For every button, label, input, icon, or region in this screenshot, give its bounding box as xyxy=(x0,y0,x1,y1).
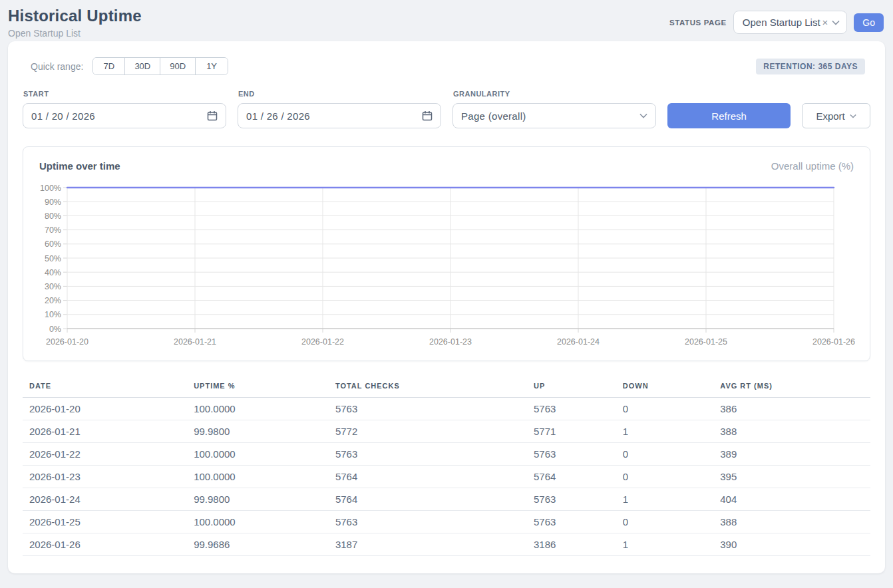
table-cell: 2026-01-24 xyxy=(23,488,187,511)
svg-text:2026-01-21: 2026-01-21 xyxy=(174,337,216,347)
start-date-input[interactable]: 01 / 20 / 2026 xyxy=(23,103,226,128)
column-header-uptime-: UPTIME % xyxy=(187,376,329,398)
table-cell: 1 xyxy=(616,420,714,443)
svg-text:90%: 90% xyxy=(45,198,61,207)
svg-text:2026-01-20: 2026-01-20 xyxy=(46,337,89,347)
granularity-selected-value: Page (overall) xyxy=(461,110,526,122)
table-cell: 0 xyxy=(616,443,714,466)
svg-text:70%: 70% xyxy=(45,225,61,235)
status-page-selected-value: Open Startup List xyxy=(743,17,820,28)
table-cell: 404 xyxy=(713,488,870,511)
retention-badge: RETENTION: 365 DAYS xyxy=(756,59,865,74)
table-cell: 5763 xyxy=(527,511,616,533)
status-page-label: STATUS PAGE xyxy=(669,19,727,27)
svg-text:0%: 0% xyxy=(49,325,61,334)
table-cell: 100.0000 xyxy=(187,466,329,488)
table-cell: 99.9800 xyxy=(187,420,329,443)
svg-text:2026-01-25: 2026-01-25 xyxy=(685,337,727,347)
quick-range-button-90d[interactable]: 90D xyxy=(160,58,196,74)
chevron-down-icon xyxy=(832,20,840,25)
uptime-table: DATEUPTIME %TOTAL CHECKSUPDOWNAVG RT (MS… xyxy=(23,376,870,556)
chart-title: Uptime over time xyxy=(39,160,120,172)
table-row: 2026-01-25100.0000576357630388 xyxy=(23,511,870,533)
svg-text:2026-01-24: 2026-01-24 xyxy=(557,337,600,347)
column-header-down: DOWN xyxy=(616,376,714,398)
clear-selection-icon[interactable]: × xyxy=(822,17,828,27)
table-cell: 0 xyxy=(616,398,714,420)
table-cell: 2026-01-21 xyxy=(23,420,187,443)
table-row: 2026-01-2199.9800577257711388 xyxy=(23,420,870,443)
svg-text:2026-01-26: 2026-01-26 xyxy=(812,337,855,347)
end-date-input[interactable]: 01 / 26 / 2026 xyxy=(238,103,441,128)
table-cell: 5763 xyxy=(527,443,616,466)
granularity-field: GRANULARITY Page (overall) xyxy=(452,90,656,128)
start-date-field: START 01 / 20 / 2026 xyxy=(23,90,226,128)
top-header: Historical Uptime Open Startup List STAT… xyxy=(0,0,893,41)
table-row: 2026-01-22100.0000576357630389 xyxy=(23,443,870,466)
quick-range-button-7d[interactable]: 7D xyxy=(93,58,125,74)
chevron-down-icon xyxy=(639,113,647,118)
quick-range-button-30d[interactable]: 30D xyxy=(125,58,160,74)
table-cell: 99.9686 xyxy=(187,533,329,556)
table-cell: 0 xyxy=(616,466,714,488)
go-button[interactable]: Go xyxy=(854,13,884,32)
table-cell: 5763 xyxy=(329,511,527,533)
page-title: Historical Uptime xyxy=(8,7,142,25)
granularity-select[interactable]: Page (overall) xyxy=(452,103,656,128)
main-panel: Quick range: 7D30D90D1Y RETENTION: 365 D… xyxy=(8,41,885,573)
table-row: 2026-01-2699.9686318731861390 xyxy=(23,533,870,556)
end-date-value: 01 / 26 / 2026 xyxy=(246,110,310,122)
svg-text:80%: 80% xyxy=(45,212,61,221)
export-button[interactable]: Export xyxy=(802,103,870,128)
table-cell: 5772 xyxy=(329,420,527,443)
svg-text:30%: 30% xyxy=(45,282,61,291)
svg-text:2026-01-22: 2026-01-22 xyxy=(301,337,344,347)
table-cell: 1 xyxy=(616,488,714,511)
table-cell: 5763 xyxy=(527,488,616,511)
table-cell: 389 xyxy=(713,443,870,466)
quick-range-button-1y[interactable]: 1Y xyxy=(196,58,228,74)
table-cell: 5771 xyxy=(527,420,616,443)
quick-range-button-group: 7D30D90D1Y xyxy=(92,57,228,75)
table-cell: 5764 xyxy=(527,466,616,488)
table-cell: 5763 xyxy=(329,443,527,466)
chart-header: Uptime over time Overall uptime (%) xyxy=(39,160,854,172)
calendar-icon[interactable] xyxy=(207,110,218,121)
table-cell: 99.9800 xyxy=(187,488,329,511)
table-cell: 2026-01-26 xyxy=(23,533,187,556)
end-date-label: END xyxy=(238,90,441,98)
status-page-select[interactable]: Open Startup List × xyxy=(733,11,848,34)
table-row: 2026-01-23100.0000576457640395 xyxy=(23,466,870,488)
table-cell: 3187 xyxy=(329,533,527,556)
table-cell: 2026-01-20 xyxy=(23,398,187,420)
table-cell: 2026-01-25 xyxy=(23,511,187,533)
chart-legend: Overall uptime (%) xyxy=(771,160,854,172)
calendar-icon[interactable] xyxy=(422,110,433,121)
chevron-down-icon xyxy=(850,114,856,118)
end-date-field: END 01 / 26 / 2026 xyxy=(238,90,441,128)
title-block: Historical Uptime Open Startup List xyxy=(8,7,142,39)
table-cell: 5763 xyxy=(527,398,616,420)
column-header-avg-rt-ms-: AVG RT (MS) xyxy=(713,376,870,398)
svg-text:40%: 40% xyxy=(45,268,61,277)
table-cell: 2026-01-23 xyxy=(23,466,187,488)
svg-text:10%: 10% xyxy=(45,310,61,319)
page-subtitle: Open Startup List xyxy=(8,28,142,39)
quick-range-row: Quick range: 7D30D90D1Y RETENTION: 365 D… xyxy=(23,57,870,75)
quick-range-label: Quick range: xyxy=(31,61,83,72)
refresh-button[interactable]: Refresh xyxy=(667,103,791,128)
start-date-label: START xyxy=(23,90,226,98)
svg-text:20%: 20% xyxy=(45,296,61,305)
status-page-controls: STATUS PAGE Open Startup List × Go xyxy=(669,11,884,34)
table-cell: 100.0000 xyxy=(187,443,329,466)
table-cell: 1 xyxy=(616,533,714,556)
table-cell: 390 xyxy=(713,533,870,556)
table-cell: 0 xyxy=(616,511,714,533)
uptime-line-chart[interactable]: 0%10%20%30%40%50%60%70%80%90%100%2026-01… xyxy=(39,181,855,351)
column-header-total-checks: TOTAL CHECKS xyxy=(329,376,527,398)
svg-text:100%: 100% xyxy=(40,184,61,193)
table-cell: 2026-01-22 xyxy=(23,443,187,466)
svg-text:50%: 50% xyxy=(45,254,61,263)
column-header-date: DATE xyxy=(23,376,187,398)
table-row: 2026-01-20100.0000576357630386 xyxy=(23,398,870,420)
